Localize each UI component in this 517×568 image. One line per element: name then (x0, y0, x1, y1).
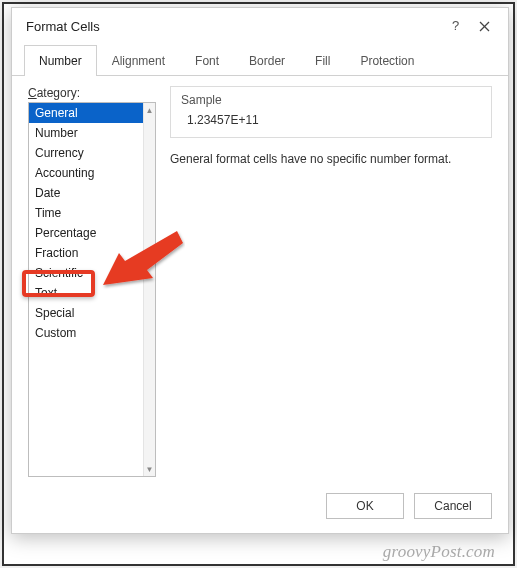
detail-column: Sample 1.23457E+11 General format cells … (170, 86, 492, 477)
list-item-scientific[interactable]: Scientific (29, 263, 143, 283)
list-item-time[interactable]: Time (29, 203, 143, 223)
tab-fill[interactable]: Fill (300, 45, 345, 76)
tab-strip: Number Alignment Font Border Fill Protec… (12, 44, 508, 76)
dialog-buttons: OK Cancel (12, 483, 508, 533)
list-item-date[interactable]: Date (29, 183, 143, 203)
svg-text:?: ? (452, 20, 459, 32)
list-item-special[interactable]: Special (29, 303, 143, 323)
list-item-currency[interactable]: Currency (29, 143, 143, 163)
format-description: General format cells have no specific nu… (170, 152, 492, 166)
help-icon[interactable]: ? (442, 12, 470, 40)
list-item-fraction[interactable]: Fraction (29, 243, 143, 263)
category-listbox[interactable]: General Number Currency Accounting Date … (28, 102, 156, 477)
sample-label: Sample (181, 93, 481, 107)
sample-box: Sample 1.23457E+11 (170, 86, 492, 138)
format-cells-dialog: Format Cells ? Number Alignment Font Bor… (11, 7, 509, 534)
scroll-up-icon[interactable]: ▲ (144, 103, 156, 117)
listbox-scrollbar[interactable]: ▲ ▼ (143, 103, 155, 476)
sample-value: 1.23457E+11 (181, 113, 481, 127)
list-item-accounting[interactable]: Accounting (29, 163, 143, 183)
list-item-general[interactable]: General (29, 103, 143, 123)
tab-protection[interactable]: Protection (345, 45, 429, 76)
list-item-number[interactable]: Number (29, 123, 143, 143)
watermark: groovyPost.com (383, 542, 495, 562)
list-item-text[interactable]: Text (29, 283, 143, 303)
cancel-button[interactable]: Cancel (414, 493, 492, 519)
tab-font[interactable]: Font (180, 45, 234, 76)
titlebar: Format Cells ? (12, 8, 508, 44)
category-label: Category: (28, 86, 156, 100)
scroll-down-icon[interactable]: ▼ (144, 462, 156, 476)
dialog-body: Category: General Number Currency Accoun… (12, 76, 508, 483)
tab-number[interactable]: Number (24, 45, 97, 76)
category-column: Category: General Number Currency Accoun… (28, 86, 156, 477)
dialog-title: Format Cells (26, 19, 100, 34)
tab-alignment[interactable]: Alignment (97, 45, 180, 76)
list-item-custom[interactable]: Custom (29, 323, 143, 343)
ok-button[interactable]: OK (326, 493, 404, 519)
tab-border[interactable]: Border (234, 45, 300, 76)
close-icon[interactable] (470, 12, 498, 40)
list-item-percentage[interactable]: Percentage (29, 223, 143, 243)
